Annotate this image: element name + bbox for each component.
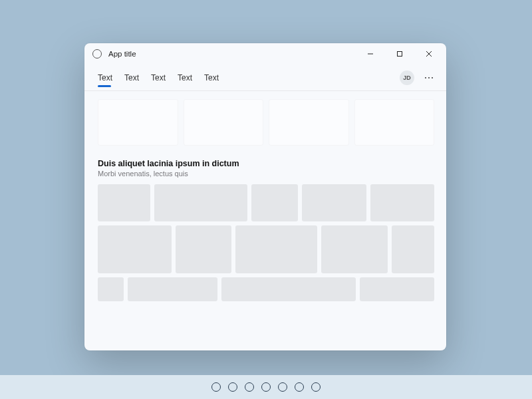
- section-title: Duis aliquet lacinia ipsum in dictum: [98, 159, 434, 168]
- tile-grid: [98, 184, 434, 301]
- card[interactable]: [354, 99, 435, 146]
- tab-0[interactable]: Text: [98, 66, 112, 89]
- tab-3[interactable]: Text: [178, 66, 192, 89]
- svg-rect-1: [398, 52, 402, 57]
- more-button[interactable]: [421, 70, 437, 86]
- tile[interactable]: [98, 277, 124, 301]
- maximize-icon: [396, 51, 403, 57]
- tile[interactable]: [98, 184, 150, 221]
- maximize-button[interactable]: [385, 45, 414, 63]
- card[interactable]: [269, 99, 349, 146]
- minimize-icon: [367, 51, 374, 57]
- tab-4[interactable]: Text: [204, 66, 219, 89]
- avatar[interactable]: JD: [400, 70, 414, 85]
- top-cards-row: [98, 99, 434, 146]
- subheader: Text Text Text Text Text JD: [84, 65, 446, 91]
- app-icon: [92, 49, 102, 59]
- tile[interactable]: [98, 225, 172, 273]
- taskbar-item[interactable]: [261, 382, 271, 392]
- tile[interactable]: [392, 225, 434, 273]
- taskbar-item[interactable]: [311, 382, 321, 392]
- taskbar-item[interactable]: [228, 382, 237, 392]
- tile-row: [98, 225, 434, 273]
- taskbar-item[interactable]: [245, 382, 254, 392]
- titlebar: App title: [84, 43, 446, 65]
- tab-label: Text: [204, 73, 219, 82]
- tile[interactable]: [302, 184, 366, 221]
- app-window: App title Text Text Text Text Text JD: [84, 43, 446, 350]
- content-area: Duis aliquet lacinia ipsum in dictum Mor…: [84, 91, 446, 350]
- tile-row: [98, 277, 434, 301]
- tile-row: [98, 184, 434, 221]
- tile[interactable]: [154, 184, 247, 221]
- minimize-button[interactable]: [356, 45, 385, 63]
- tab-label: Text: [124, 73, 139, 82]
- svg-point-4: [425, 76, 426, 78]
- taskbar-item[interactable]: [211, 382, 221, 392]
- card[interactable]: [184, 99, 264, 146]
- app-title: App title: [108, 50, 356, 58]
- more-icon: [424, 76, 434, 79]
- section-subtitle: Morbi venenatis, lectus quis: [98, 170, 434, 178]
- taskbar: [0, 375, 532, 399]
- taskbar-item[interactable]: [278, 382, 287, 392]
- card[interactable]: [98, 99, 178, 146]
- tile[interactable]: [370, 184, 434, 221]
- tile[interactable]: [128, 277, 217, 301]
- svg-point-5: [428, 76, 430, 78]
- window-controls: [356, 45, 444, 63]
- close-button[interactable]: [414, 45, 444, 63]
- tile[interactable]: [360, 277, 434, 301]
- close-icon: [426, 51, 432, 57]
- tab-label: Text: [98, 73, 112, 82]
- tab-bar: Text Text Text Text Text: [98, 66, 400, 89]
- tab-1[interactable]: Text: [124, 66, 139, 89]
- tile[interactable]: [221, 277, 356, 301]
- tab-label: Text: [178, 73, 192, 82]
- taskbar-item[interactable]: [295, 382, 304, 392]
- tab-2[interactable]: Text: [151, 66, 166, 89]
- avatar-initials: JD: [403, 74, 411, 81]
- tile[interactable]: [251, 184, 298, 221]
- svg-point-6: [432, 76, 433, 78]
- tile[interactable]: [176, 225, 231, 273]
- tile[interactable]: [321, 225, 388, 273]
- tab-label: Text: [151, 73, 166, 82]
- tile[interactable]: [235, 225, 317, 273]
